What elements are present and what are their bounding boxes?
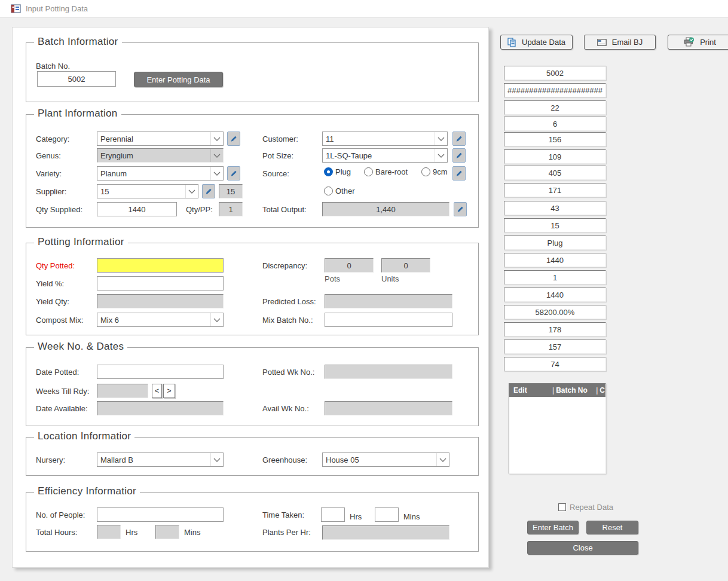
repeat-data-label: Repeat Data [570, 503, 613, 512]
chevron-down-icon[interactable] [210, 453, 223, 466]
chevron-down-icon[interactable] [210, 167, 223, 180]
list-header-batch-no: Batch No [554, 386, 596, 395]
mix-batch-no-label: Mix Batch No.: [262, 316, 313, 325]
edit-category-button[interactable] [227, 132, 240, 146]
batch-list-body[interactable] [509, 397, 605, 473]
radio-bare-root[interactable]: Bare-root [364, 167, 408, 176]
radio-plug[interactable]: Plug [324, 167, 351, 176]
chevron-down-icon[interactable] [210, 132, 223, 145]
pencil-icon [455, 152, 463, 159]
group-title: Potting Informatior [34, 236, 128, 248]
side-field-source[interactable]: Plug [504, 236, 606, 250]
side-field[interactable]: 178 [504, 322, 606, 337]
side-field-percent[interactable]: 58200.00% [504, 305, 606, 319]
edit-variety-button[interactable] [227, 166, 240, 181]
mix-batch-no-input[interactable] [325, 313, 452, 327]
total-output-field: 1,440 [322, 202, 449, 216]
close-button[interactable]: Close [527, 541, 638, 555]
reset-button[interactable]: Reset [586, 521, 638, 534]
edit-source-button[interactable] [452, 166, 466, 181]
batch-listbox[interactable]: Edit | Batch No | C [509, 383, 606, 474]
supplier-combobox[interactable]: 15 [97, 184, 198, 198]
print-button[interactable]: Print [668, 35, 728, 50]
time-taken-hrs-input[interactable] [321, 507, 345, 522]
greenhouse-combobox[interactable]: House 05 [322, 452, 449, 467]
app-window: Input Potting Data Batch Informatior Bat… [0, 0, 728, 581]
mins-label: Mins [184, 528, 200, 537]
enter-potting-data-button[interactable]: Enter Potting Data [134, 72, 223, 87]
radio-selected-icon [324, 167, 333, 176]
batch-no-input[interactable]: 5002 [37, 71, 116, 87]
nursery-combobox[interactable]: Mallard B [97, 452, 224, 467]
side-field[interactable]: 15 [504, 218, 606, 233]
chevron-down-icon[interactable] [210, 313, 223, 326]
qty-supplied-input[interactable]: 1440 [97, 202, 177, 216]
chevron-down-icon[interactable] [435, 132, 447, 145]
genus-combobox[interactable]: Eryngium [97, 148, 224, 163]
compost-mix-label: Compost Mix: [36, 316, 83, 325]
time-taken-mins-input[interactable] [375, 507, 399, 522]
side-field[interactable]: 157 [504, 340, 606, 354]
side-field-overflow[interactable]: ###################### [504, 83, 606, 97]
side-field-batch-no[interactable]: 5002 [504, 66, 606, 80]
pencil-icon [205, 188, 212, 195]
repeat-data-checkbox[interactable] [558, 503, 566, 511]
side-field[interactable]: 1440 [504, 253, 606, 267]
group-title: Efficiency Informatior [34, 485, 140, 497]
side-field[interactable]: 1440 [504, 288, 606, 302]
edit-customer-button[interactable] [452, 132, 466, 146]
potted-wk-field [325, 365, 452, 379]
side-field[interactable]: 74 [504, 357, 606, 371]
date-potted-label: Date Potted: [36, 368, 79, 377]
edit-pot-size-button[interactable] [452, 148, 466, 163]
edit-total-output-button[interactable] [454, 202, 467, 216]
category-combobox[interactable]: Perennial [97, 132, 224, 146]
potted-wk-label: Potted Wk No.: [262, 368, 314, 377]
list-header-c: C [598, 386, 605, 395]
chevron-down-icon[interactable] [210, 149, 223, 162]
pot-size-combobox[interactable]: 1L-SQ-Taupe [322, 148, 448, 163]
weeks-decrement-button[interactable]: < [152, 384, 162, 398]
form-title-bar: Input Potting Data [0, 0, 728, 18]
enter-batch-button[interactable]: Enter Batch [527, 521, 579, 534]
side-field[interactable]: 171 [504, 183, 606, 197]
discrepancy-pots-field: 0 [325, 258, 374, 273]
side-field[interactable]: 1 [504, 270, 606, 285]
side-field[interactable]: 43 [504, 201, 606, 215]
pencil-icon [230, 170, 237, 177]
side-field[interactable]: 405 [504, 166, 606, 180]
batch-no-label: Batch No. [36, 62, 70, 71]
side-field[interactable]: 109 [504, 149, 606, 164]
compost-mix-combobox[interactable]: Mix 6 [97, 313, 224, 327]
printer-icon [684, 37, 695, 47]
radio-9cm[interactable]: 9cm [421, 167, 448, 176]
date-potted-input[interactable] [97, 365, 224, 379]
group-title: Location Informatior [34, 430, 134, 442]
discrepancy-units-field: 0 [381, 258, 430, 273]
units-label: Units [381, 274, 399, 283]
chevron-down-icon[interactable] [436, 453, 449, 466]
qty-pp-label: Qty/PP: [186, 205, 213, 214]
qty-potted-input[interactable] [97, 258, 224, 273]
update-data-button[interactable]: Update Data [500, 35, 573, 50]
chevron-down-icon[interactable] [185, 185, 198, 198]
yield-pct-input[interactable] [97, 276, 224, 290]
email-icon [597, 39, 607, 46]
date-available-label: Date Available: [36, 404, 88, 413]
pencil-icon [455, 170, 463, 177]
variety-combobox[interactable]: Planum [97, 166, 224, 181]
people-input[interactable] [97, 507, 224, 522]
pots-label: Pots [325, 274, 340, 283]
side-field[interactable]: 6 [504, 117, 606, 131]
weeks-increment-button[interactable]: > [163, 384, 175, 398]
edit-supplier-button[interactable] [202, 184, 215, 198]
chevron-down-icon[interactable] [435, 149, 447, 162]
radio-icon [324, 186, 333, 195]
customer-label: Customer: [262, 134, 298, 143]
radio-other[interactable]: Other [324, 186, 355, 195]
customer-combobox[interactable]: 11 [322, 132, 448, 146]
group-title: Week No. & Dates [34, 341, 127, 353]
side-field[interactable]: 156 [504, 132, 606, 146]
email-bj-button[interactable]: Email BJ [584, 35, 656, 50]
side-field[interactable]: 22 [504, 100, 606, 115]
